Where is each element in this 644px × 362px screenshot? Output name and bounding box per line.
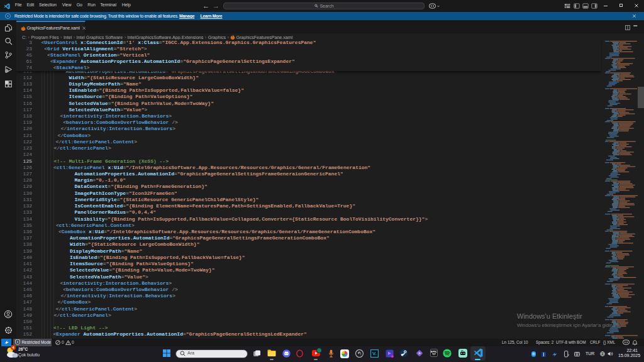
svg-text:EPIC: EPIC [431,350,437,353]
svg-text:V.: V. [372,351,377,356]
